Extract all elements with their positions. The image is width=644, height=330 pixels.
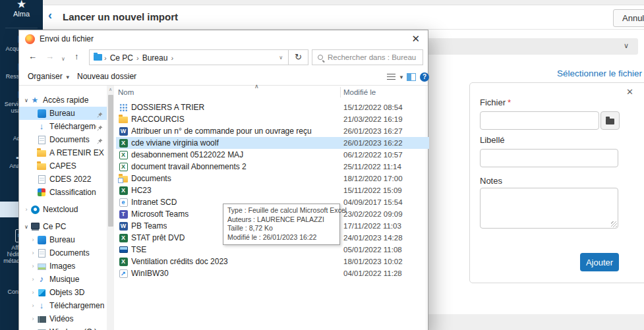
breadcrumb-segment[interactable]: Bureau bbox=[142, 53, 168, 63]
tree-item-bureau[interactable]: ›Bureau bbox=[19, 233, 107, 246]
sort-ascending-icon: ∧ bbox=[254, 83, 259, 90]
address-bar[interactable]: ›Ce PC›Bureau› ∨ bbox=[89, 49, 289, 65]
download-icon: ↓ bbox=[40, 301, 44, 310]
excel-old-icon: X bbox=[119, 151, 128, 159]
file-name: Attribuer un n° de commande pour un ouvr… bbox=[131, 126, 312, 136]
new-folder-button[interactable]: Nouveau dossier bbox=[77, 72, 136, 81]
search-icon bbox=[318, 55, 323, 60]
preview-pane-icon[interactable] bbox=[407, 73, 416, 81]
file-modified-date: 24/01/2023 14:28 bbox=[343, 234, 403, 242]
file-row[interactable]: RACCOURCIS21/03/2022 16:19 bbox=[116, 113, 429, 125]
close-icon[interactable]: ✕ bbox=[411, 33, 420, 45]
tree-item-nextcloud[interactable]: ›Nextcloud bbox=[19, 203, 107, 216]
tree-item-images[interactable]: ›Images bbox=[19, 260, 107, 273]
chevron-collapsed-icon[interactable]: › bbox=[30, 276, 36, 283]
required-asterisk: * bbox=[508, 97, 511, 107]
tree-item-label: Nextcloud bbox=[43, 205, 104, 214]
scrollbar-thumb[interactable] bbox=[108, 95, 113, 227]
file-row[interactable]: XHC2315/11/2022 15:09 bbox=[116, 184, 429, 196]
tree-item-label: CDES 2022 bbox=[49, 175, 104, 184]
scroll-up-icon[interactable]: ∧ bbox=[107, 86, 114, 94]
teams-icon: T bbox=[119, 210, 128, 219]
file-row[interactable]: Xcde viviane virginia woolf26/01/2023 16… bbox=[116, 137, 429, 149]
tree-item-t-l-chargements[interactable]: ›↓Téléchargements bbox=[19, 299, 107, 312]
tree-item-t-l-chargements[interactable]: ↓Téléchargements bbox=[19, 120, 107, 133]
file-name: STAT prêt DVD bbox=[131, 233, 185, 242]
tree-item-objets-3d[interactable]: ›Objets 3D bbox=[19, 286, 107, 299]
tree-item-classification[interactable]: Classification bbox=[19, 186, 107, 199]
tree-item-a-retenir-exem[interactable]: A RETENIR EXEM bbox=[19, 146, 107, 159]
file-name: Ventilation crédits doc 2023 bbox=[131, 257, 228, 266]
file-row[interactable]: Xdocument travail Abonnements 225/11/202… bbox=[116, 161, 429, 173]
add-button[interactable]: Ajouter bbox=[580, 253, 619, 271]
dialog-title: Envoi du fichier bbox=[40, 34, 94, 43]
tree-item-musique[interactable]: ›♪Musique bbox=[19, 273, 107, 286]
tree-item-capes[interactable]: CAPES bbox=[19, 159, 107, 173]
tree-item-windows-c-[interactable]: ›Windows (C:) bbox=[19, 325, 107, 330]
file-row[interactable]: XVentilation crédits doc 202318/01/2023 … bbox=[116, 256, 429, 267]
close-icon[interactable]: ✕ bbox=[626, 87, 633, 97]
chevron-collapsed-icon[interactable]: › bbox=[30, 302, 36, 309]
tree-item-bureau[interactable]: Bureau bbox=[19, 107, 107, 120]
screen: ‹ Lancer un nouvel import Annuler ∨ Séle… bbox=[0, 0, 644, 330]
breadcrumb-separator-icon: › bbox=[136, 54, 139, 62]
help-icon[interactable]: ? bbox=[420, 72, 429, 82]
forward-arrow-icon[interactable]: → bbox=[45, 51, 54, 62]
file-dialog: Envoi du fichier ✕ ← → ∨ ↑ ›Ce PC›Bureau… bbox=[18, 30, 428, 330]
folder-icon bbox=[94, 54, 102, 61]
search-input[interactable]: Rechercher dans : Bureau bbox=[312, 49, 423, 65]
document-icon bbox=[38, 136, 45, 144]
chevron-collapsed-icon[interactable]: › bbox=[23, 206, 30, 213]
select-file-link[interactable]: Sélectionner le fichier▼ bbox=[557, 69, 644, 78]
file-modified-date: 05/01/2022 11:08 bbox=[343, 246, 402, 254]
list-view-icon[interactable] bbox=[387, 74, 395, 81]
alma-logo[interactable]: ★ Alma bbox=[0, 0, 43, 18]
libelle-input[interactable] bbox=[480, 149, 618, 167]
file-row[interactable]: DOSSIERS A TRIER15/12/2022 08:54 bbox=[116, 101, 429, 113]
caret-down-icon[interactable]: ▼ bbox=[399, 74, 404, 80]
notes-textarea[interactable] bbox=[480, 188, 618, 229]
tree-item-label: Téléchargements bbox=[49, 122, 96, 131]
dialog-titlebar[interactable]: Envoi du fichier ✕ bbox=[19, 30, 428, 47]
refresh-button[interactable]: ↻ bbox=[289, 49, 308, 65]
history-chevron-icon[interactable]: ∨ bbox=[61, 54, 65, 65]
tree-item-label: Images bbox=[49, 261, 104, 271]
file-input[interactable] bbox=[480, 111, 599, 130]
chevron-down-icon[interactable]: ∨ bbox=[279, 55, 283, 61]
tree-item-cdes-2022[interactable]: CDES 2022 bbox=[19, 173, 107, 186]
file-modified-date: 04/01/2022 11:28 bbox=[343, 269, 402, 277]
organize-menu[interactable]: Organiser▼ bbox=[28, 72, 71, 81]
tree-item-documents[interactable]: ›Documents bbox=[19, 246, 107, 260]
chevron-expanded-icon[interactable]: ∨ bbox=[23, 97, 30, 103]
file-row[interactable]: TSE05/01/2022 11:08 bbox=[116, 244, 429, 256]
chevron-collapsed-icon[interactable]: › bbox=[30, 250, 36, 256]
chevron-collapsed-icon[interactable]: › bbox=[30, 263, 36, 269]
breadcrumb-segment[interactable]: Ce PC bbox=[110, 53, 133, 63]
tree-item-documents[interactable]: Documents bbox=[19, 133, 107, 146]
back-arrow-icon[interactable]: ← bbox=[28, 51, 37, 62]
file-row[interactable]: ↗WinIBW3004/01/2022 11:28 bbox=[116, 267, 429, 279]
tree-item-ce-pc[interactable]: ∨Ce PC bbox=[19, 220, 107, 233]
chevron-expanded-icon[interactable]: ∨ bbox=[23, 224, 30, 230]
column-header-modified[interactable]: Modifié le bbox=[343, 88, 376, 96]
chevron-collapsed-icon[interactable]: › bbox=[30, 236, 36, 243]
file-row[interactable]: Documents18/12/2020 17:00 bbox=[116, 173, 429, 184]
tree-item-label: Documents bbox=[49, 135, 96, 144]
browse-folder-button[interactable] bbox=[600, 111, 620, 130]
folder-icon bbox=[119, 117, 128, 123]
file-row[interactable]: WAttribuer un n° de commande pour un ouv… bbox=[116, 125, 429, 137]
column-divider[interactable] bbox=[340, 87, 341, 97]
chevron-collapsed-icon[interactable]: › bbox=[30, 316, 36, 322]
file-row[interactable]: Xdesabonnement 05122022 MAJ06/12/2022 10… bbox=[116, 149, 429, 161]
chevron-collapsed-icon[interactable]: › bbox=[30, 289, 36, 296]
tree-item-acc-s-rapide[interactable]: ∨★Accès rapide bbox=[19, 94, 107, 107]
classification-icon bbox=[38, 188, 45, 196]
column-header-name[interactable]: Nom bbox=[118, 88, 134, 96]
up-arrow-icon[interactable]: ↑ bbox=[74, 51, 79, 62]
folder-shortcut-icon bbox=[119, 176, 128, 182]
tree-item-vid-os[interactable]: ›Vidéos bbox=[19, 312, 107, 325]
back-chevron-icon[interactable]: ‹ bbox=[48, 9, 52, 22]
chevron-down-icon[interactable]: ∨ bbox=[624, 41, 629, 50]
cancel-button[interactable]: Annuler bbox=[613, 9, 644, 27]
tree-scrollbar[interactable]: ∧ bbox=[107, 86, 114, 330]
